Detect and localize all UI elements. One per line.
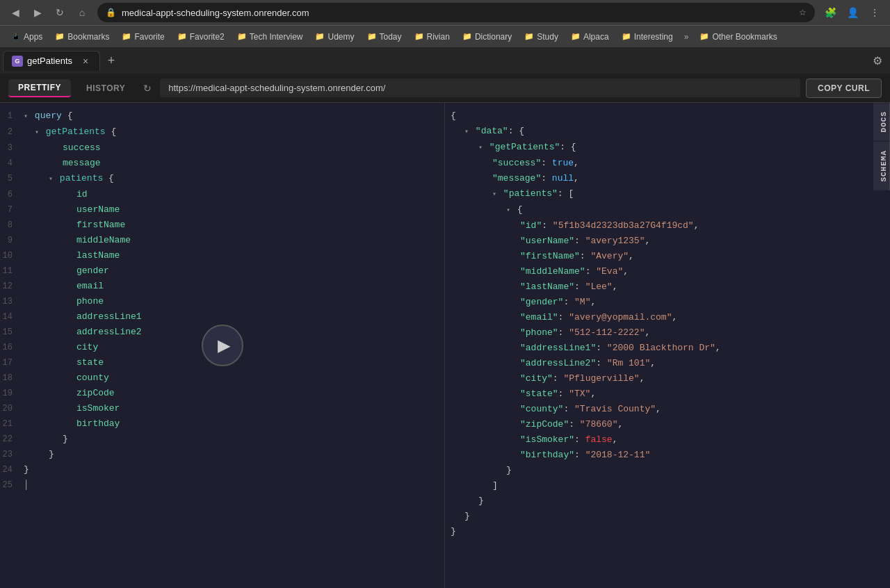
- collapse-getpatients[interactable]: ▾: [478, 144, 483, 152]
- rivian-folder-icon: 📁: [414, 32, 424, 41]
- collapse-2[interactable]: ▾: [35, 129, 39, 136]
- line-content-2: ▾ getPatients {: [21, 124, 444, 140]
- play-button[interactable]: ▶: [202, 325, 243, 366]
- resp-line-username: "userName": "avery1235",: [445, 234, 890, 249]
- bookmark-study-label: Study: [537, 32, 558, 42]
- prettify-button[interactable]: PRETTIFY: [8, 79, 71, 97]
- bookmark-study[interactable]: 📁 Study: [519, 30, 564, 44]
- url-input[interactable]: [160, 79, 800, 97]
- tab-close-button[interactable]: ×: [80, 56, 91, 67]
- copy-curl-button[interactable]: COPY CURL: [806, 79, 882, 98]
- resp-line-close-obj: }: [445, 463, 890, 478]
- bookmark-apps[interactable]: 📱 Apps: [6, 30, 48, 44]
- query-keyword: query: [35, 111, 62, 121]
- tab-getpatients[interactable]: G getPatients ×: [3, 51, 100, 71]
- alpaca-folder-icon: 📁: [571, 32, 581, 41]
- collapse-patients[interactable]: ▾: [492, 190, 496, 198]
- bookmark-today-label: Today: [380, 32, 402, 42]
- today-folder-icon: 📁: [367, 32, 377, 41]
- bookmark-favorite2[interactable]: 📁 Favorite2: [172, 30, 230, 44]
- line-num-4: 4: [0, 156, 21, 171]
- title-bar: ◀ ▶ ↻ ⌂ 🔒 medical-appt-scheduling-system…: [0, 0, 890, 25]
- code-line-6: 6 id: [0, 187, 444, 202]
- address-bar-url: medical-appt-scheduling-system.onrender.…: [122, 8, 793, 18]
- docs-tab[interactable]: DOCS: [873, 103, 890, 140]
- line-content-4: message: [21, 156, 444, 171]
- menu-button[interactable]: ⋮: [865, 3, 884, 22]
- code-line-8: 8 firstName: [0, 218, 444, 233]
- tab-title: getPatients: [27, 56, 72, 66]
- collapse-patient-obj[interactable]: ▾: [506, 206, 510, 214]
- code-line-24: 24 }: [0, 462, 444, 477]
- resp-line-1: ▾ "data": {: [445, 124, 890, 140]
- address-bar[interactable]: 🔒 medical-appt-scheduling-system.onrende…: [97, 3, 815, 22]
- bookmark-favorite-label: Favorite: [134, 32, 164, 42]
- resp-line-birthday: "birthday": "2018-12-11": [445, 448, 890, 463]
- resp-line-6: ▾ {: [445, 202, 890, 218]
- resp-line-4: "message": null,: [445, 171, 890, 186]
- favorite-folder-icon: 📁: [122, 32, 131, 41]
- resp-line-addr2: "addressLine2": "Rm 101",: [445, 356, 890, 371]
- resp-line-issmoker: "isSmoker": false,: [445, 432, 890, 448]
- line-content-1: ▾ query {: [21, 108, 444, 124]
- url-refresh-button[interactable]: ↻: [140, 80, 154, 97]
- bookmark-udemy[interactable]: 📁 Udemy: [309, 30, 359, 44]
- bookmark-favorite[interactable]: 📁 Favorite: [116, 30, 170, 44]
- bookmark-dictionary[interactable]: 📁 Dictionary: [457, 30, 517, 44]
- home-button[interactable]: ⌂: [72, 3, 92, 22]
- bookmarks-bar: 📱 Apps 📁 Bookmarks 📁 Favorite 📁 Favorite…: [0, 25, 890, 47]
- tab-settings-button[interactable]: ⚙: [868, 51, 887, 70]
- code-line-13: 13 phone: [0, 294, 444, 309]
- code-line-19: 19 zipCode: [0, 386, 444, 401]
- profile-button[interactable]: 👤: [843, 3, 862, 22]
- bookmark-bookmarks-label: Bookmarks: [67, 32, 109, 42]
- collapse-1[interactable]: ▾: [24, 113, 28, 120]
- bookmark-other[interactable]: 📁 Other Bookmarks: [694, 30, 782, 44]
- back-button[interactable]: ◀: [6, 3, 25, 22]
- forward-button[interactable]: ▶: [28, 3, 47, 22]
- reload-button[interactable]: ↻: [50, 3, 70, 22]
- bookmarks-more-button[interactable]: »: [680, 30, 693, 44]
- resp-line-close-getpatients: }: [445, 493, 890, 509]
- bookmark-bookmarks[interactable]: 📁 Bookmarks: [49, 30, 115, 44]
- resp-line-5: ▾ "patients": [: [445, 186, 890, 202]
- line-content-3: success: [21, 140, 444, 156]
- resp-line-phone: "phone": "512-112-2222",: [445, 325, 890, 341]
- dictionary-folder-icon: 📁: [462, 32, 472, 41]
- collapse-data[interactable]: ▾: [464, 128, 469, 136]
- interesting-folder-icon: 📁: [622, 32, 631, 41]
- schema-tab[interactable]: SCHEMA: [873, 142, 890, 190]
- line-content-5: ▾ patients {: [21, 171, 444, 187]
- bookmark-rivian-label: Rivian: [427, 32, 450, 42]
- bookmark-tech-interview[interactable]: 📁 Tech Interview: [232, 30, 309, 44]
- code-line-11: 11 gender: [0, 263, 444, 279]
- query-panel: 1 ▾ query { 2 ▾ getPatients { 3: [0, 103, 445, 588]
- bookmark-rivian[interactable]: 📁 Rivian: [409, 30, 455, 44]
- bookmark-alpaca[interactable]: 📁 Alpaca: [565, 30, 615, 44]
- response-panel: { ▾ "data": { ▾ "getPatients": { "succes…: [445, 103, 890, 588]
- main-content: 1 ▾ query { 2 ▾ getPatients { 3: [0, 103, 890, 588]
- bookmark-udemy-label: Udemy: [327, 32, 354, 42]
- bookmark-interesting-label: Interesting: [634, 32, 673, 42]
- code-line-2: 2 ▾ getPatients {: [0, 124, 444, 140]
- code-line-22: 22 }: [0, 432, 444, 447]
- bookmark-today[interactable]: 📁 Today: [362, 30, 407, 44]
- bookmark-interesting[interactable]: 📁 Interesting: [616, 30, 679, 44]
- tech-interview-folder-icon: 📁: [237, 32, 247, 41]
- bookmark-apps-label: Apps: [24, 32, 42, 42]
- new-tab-button[interactable]: +: [102, 51, 121, 70]
- nav-buttons: ◀ ▶ ↻ ⌂: [6, 3, 92, 22]
- play-icon: ▶: [218, 336, 230, 355]
- code-line-18: 18 county: [0, 370, 444, 386]
- collapse-5[interactable]: ▾: [49, 175, 53, 183]
- code-line-14: 14 addressLine1: [0, 309, 444, 325]
- extensions-button[interactable]: 🧩: [820, 3, 840, 22]
- toolbar: PRETTIFY HISTORY ↻ COPY CURL: [0, 74, 890, 103]
- line-num-3: 3: [0, 140, 21, 156]
- resp-line-close-arr: ]: [445, 478, 890, 493]
- code-line-20: 20 isSmoker: [0, 401, 444, 416]
- history-button[interactable]: HISTORY: [76, 80, 135, 97]
- code-line-1: 1 ▾ query {: [0, 108, 444, 124]
- resp-line-3: "success": true,: [445, 156, 890, 171]
- code-editor: 1 ▾ query { 2 ▾ getPatients { 3: [0, 103, 444, 498]
